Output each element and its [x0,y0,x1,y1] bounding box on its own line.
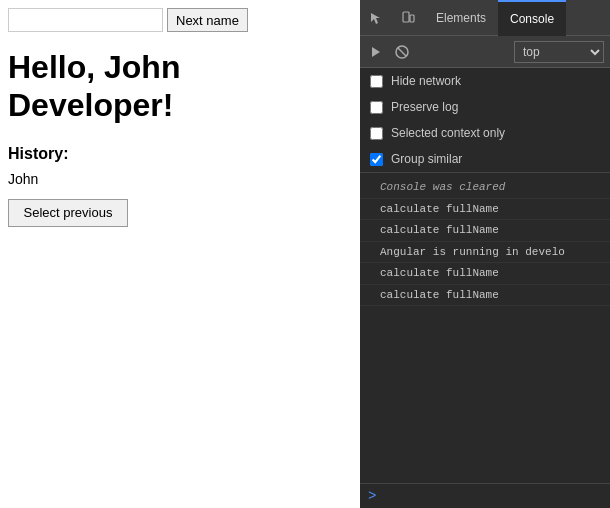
selected-context-label: Selected context only [391,126,505,140]
device-icon[interactable] [392,0,424,36]
console-toolbar: top [360,36,610,68]
console-input[interactable] [380,489,602,503]
greeting-text: Hello, John Developer! [8,48,352,125]
clear-icon[interactable] [392,42,412,62]
next-name-button[interactable]: Next name [167,8,248,32]
svg-rect-1 [403,12,409,22]
preserve-log-checkbox[interactable] [370,101,383,114]
console-line: Angular is running in develo [360,242,610,264]
left-panel: Next name Hello, John Developer! History… [0,0,360,508]
console-line: calculate fullName [360,199,610,221]
svg-line-5 [398,48,406,56]
select-previous-button[interactable]: Select previous [8,199,128,227]
group-similar-label: Group similar [391,152,462,166]
inspect-icon[interactable] [360,0,392,36]
history-label: History: [8,145,352,163]
preserve-log-option[interactable]: Preserve log [360,94,610,120]
console-output: Console was clearedcalculate fullNamecal… [360,173,610,483]
group-similar-option[interactable]: Group similar [360,146,610,172]
group-similar-checkbox[interactable] [370,153,383,166]
hide-network-checkbox[interactable] [370,75,383,88]
preserve-log-label: Preserve log [391,100,458,114]
console-line: calculate fullName [360,263,610,285]
devtools-tabs: Elements Console [360,0,610,36]
devtools-panel: Elements Console top Hide network Preser… [360,0,610,508]
hide-network-option[interactable]: Hide network [360,68,610,94]
tab-console[interactable]: Console [498,0,566,36]
prompt-icon: > [368,488,376,504]
svg-marker-0 [371,13,380,24]
svg-marker-3 [372,47,380,57]
selected-context-option[interactable]: Selected context only [360,120,610,146]
name-input[interactable] [8,8,163,32]
console-line: calculate fullName [360,285,610,307]
hide-network-label: Hide network [391,74,461,88]
context-select[interactable]: top [514,41,604,63]
run-icon[interactable] [366,42,386,62]
console-line: Console was cleared [360,177,610,199]
options-panel: Hide network Preserve log Selected conte… [360,68,610,173]
tab-elements[interactable]: Elements [424,0,498,36]
svg-rect-2 [410,15,414,22]
top-bar: Next name [8,8,352,32]
selected-context-checkbox[interactable] [370,127,383,140]
console-input-row: > [360,483,610,508]
history-item: John [8,171,352,187]
console-line: calculate fullName [360,220,610,242]
